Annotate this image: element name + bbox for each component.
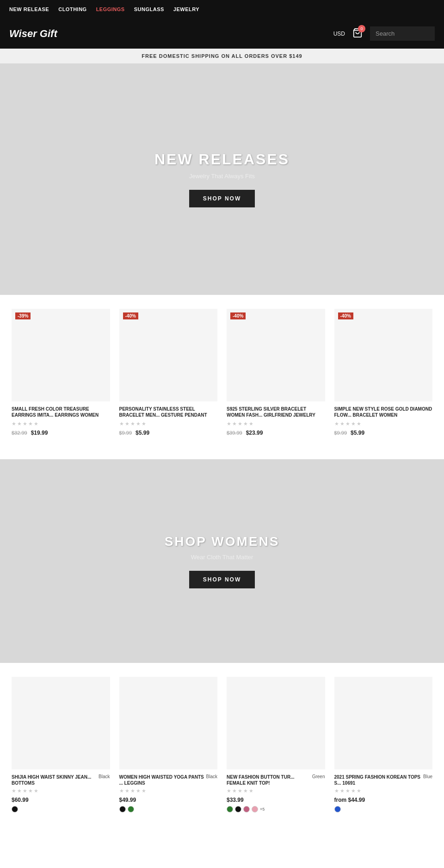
clothing-product-2-color: Black xyxy=(206,774,217,779)
logo-bar: Wiser Gift USD 0 xyxy=(0,19,444,49)
nav-new-release[interactable]: NEW RELEASE xyxy=(9,6,49,12)
jewelry-discount-badge-2: -40% xyxy=(123,312,138,319)
jewelry-product-2-name: PERSONALITY STAINLESS STEEL BRACELET MEN… xyxy=(119,406,218,418)
jewelry-discount-badge-3: -40% xyxy=(230,312,246,319)
clothing-product-1-price: $60.99 xyxy=(12,797,110,803)
header-actions: USD 0 xyxy=(333,26,435,41)
jewelry-product-1-new-price: $19.99 xyxy=(31,430,48,436)
hero-womens-shop-now[interactable]: SHOP NOW xyxy=(189,571,255,588)
jewelry-product-1-image: -39% xyxy=(12,309,110,401)
jewelry-discount-badge-1: -39% xyxy=(15,312,31,319)
clothing-product-3-name: NEW FASHION BUTTON TUR... FEMALE KNIT TO… xyxy=(227,774,312,786)
jewelry-product-3[interactable]: -40% S925 STERLING SILVER BRACELET WOMEN… xyxy=(222,304,330,441)
hero-womens: SHOP WOMENS Wear Cloth That Matter SHOP … xyxy=(0,459,444,663)
clothing-product-1[interactable]: SHIJIA HIGH WAIST SKINNY JEAN... BOTTOMS… xyxy=(7,672,115,817)
clothing-product-4-price: from $44.99 xyxy=(334,797,433,803)
jewelry-product-2-image: -40% xyxy=(119,309,218,401)
clothing-product-3-color: Green xyxy=(312,774,325,779)
swatch-more-3: +5 xyxy=(260,807,265,812)
shipping-banner: FREE DOMESTIC SHIPPING ON ALL ORDERS OVE… xyxy=(0,49,444,63)
clothing-product-2-stars: ★ ★ ★ ★ ★ xyxy=(119,788,218,794)
jewelry-product-1-stars: ★ ★ ★ ★ ★ xyxy=(12,421,110,427)
swatch-pink-3[interactable] xyxy=(243,806,250,812)
search-input[interactable] xyxy=(370,26,435,41)
clothing-product-4-color: Blue xyxy=(423,774,432,779)
jewelry-product-3-new-price: $23.99 xyxy=(246,430,263,436)
jewelry-product-3-stars: ★ ★ ★ ★ ★ xyxy=(227,421,325,427)
clothing-product-3-swatches: +5 xyxy=(227,806,325,812)
jewelry-product-2-price: $9.99 $5.99 xyxy=(119,430,218,436)
clothing-product-1-color: Black xyxy=(99,774,110,779)
jewelry-discount-badge-4: -40% xyxy=(338,312,353,319)
clothing-product-4-name: 2021 SPRING FASHION KOREAN TOPS S... 106… xyxy=(334,774,423,786)
jewelry-product-4[interactable]: -40% SIMPLE NEW STYLE ROSE GOLD DIAMOND … xyxy=(330,304,438,441)
swatch-blue-4[interactable] xyxy=(334,806,341,812)
top-navigation: NEW RELEASE CLOTHING LEGGINGS SUNGLASS J… xyxy=(0,0,444,19)
jewelry-product-1-old-price: $32.99 xyxy=(12,430,27,436)
hero-jewelry-title: NEW RELEASES xyxy=(154,151,290,168)
jewelry-product-3-old-price: $39.99 xyxy=(227,430,242,436)
swatch-black-2[interactable] xyxy=(119,806,126,812)
jewelry-product-2-old-price: $9.99 xyxy=(119,430,132,436)
jewelry-product-4-old-price: $9.99 xyxy=(334,430,347,436)
nav-clothing[interactable]: CLOTHING xyxy=(58,6,86,12)
jewelry-product-grid: -39% SMALL FRESH COLOR TREASURE EARRINGS… xyxy=(0,295,444,450)
clothing-product-4-stars: ★ ★ ★ ★ ★ xyxy=(334,788,433,794)
jewelry-product-2-new-price: $5.99 xyxy=(136,430,149,436)
hero-womens-title: SHOP WOMENS xyxy=(165,534,280,549)
hero-jewelry-subtitle: Jewelry That Always Fits xyxy=(189,173,255,180)
clothing-product-2-name: WOMEN HIGH WAISTED YOGA PANTS ... LEGGIN… xyxy=(119,774,206,786)
jewelry-product-2[interactable]: -40% PERSONALITY STAINLESS STEEL BRACELE… xyxy=(115,304,222,441)
nav-sunglass[interactable]: SUNGLASS xyxy=(134,6,164,12)
swatch-green-2[interactable] xyxy=(128,806,134,812)
clothing-product-3-image xyxy=(227,677,325,769)
clothing-product-1-swatches xyxy=(12,806,110,812)
clothing-product-grid: SHIJIA HIGH WAIST SKINNY JEAN... BOTTOMS… xyxy=(0,663,444,826)
jewelry-product-4-name: SIMPLE NEW STYLE ROSE GOLD DIAMOND FLOW.… xyxy=(334,406,433,418)
clothing-product-3-stars: ★ ★ ★ ★ ★ xyxy=(227,788,325,794)
jewelry-product-1-name: SMALL FRESH COLOR TREASURE EARRINGS IMIT… xyxy=(12,406,110,418)
jewelry-product-4-image: -40% xyxy=(334,309,433,401)
hero-jewelry-shop-now[interactable]: SHOP NOW xyxy=(189,190,255,207)
clothing-product-1-stars: ★ ★ ★ ★ ★ xyxy=(12,788,110,794)
cart-badge: 0 xyxy=(358,25,365,32)
jewelry-product-4-new-price: $5.99 xyxy=(351,430,364,436)
swatch-green-3[interactable] xyxy=(227,806,233,812)
jewelry-product-3-price: $39.99 $23.99 xyxy=(227,430,325,436)
jewelry-product-3-image: -40% xyxy=(227,309,325,401)
clothing-product-4-swatches xyxy=(334,806,433,812)
clothing-product-1-name: SHIJIA HIGH WAIST SKINNY JEAN... BOTTOMS xyxy=(12,774,99,786)
clothing-product-2-image xyxy=(119,677,218,769)
clothing-product-2-swatches xyxy=(119,806,218,812)
clothing-product-3-price: $33.99 xyxy=(227,797,325,803)
nav-jewelry[interactable]: JEWELRY xyxy=(173,6,199,12)
swatch-black-3[interactable] xyxy=(235,806,241,812)
clothing-product-4[interactable]: 2021 SPRING FASHION KOREAN TOPS S... 106… xyxy=(330,672,438,817)
cart-button[interactable]: 0 xyxy=(352,28,363,39)
hero-jewelry: NEW RELEASES Jewelry That Always Fits SH… xyxy=(0,63,444,295)
nav-leggings[interactable]: LEGGINGS xyxy=(96,6,125,12)
currency-selector[interactable]: USD xyxy=(333,31,345,37)
swatch-lightpink-3[interactable] xyxy=(252,806,258,812)
clothing-product-2-price: $49.99 xyxy=(119,797,218,803)
jewelry-product-1[interactable]: -39% SMALL FRESH COLOR TREASURE EARRINGS… xyxy=(7,304,115,441)
site-logo[interactable]: Wiser Gift xyxy=(9,28,57,40)
jewelry-product-2-stars: ★ ★ ★ ★ ★ xyxy=(119,421,218,427)
swatch-black-1[interactable] xyxy=(12,806,18,812)
clothing-product-3[interactable]: NEW FASHION BUTTON TUR... FEMALE KNIT TO… xyxy=(222,672,330,817)
clothing-product-1-image xyxy=(12,677,110,769)
hero-womens-subtitle: Wear Cloth That Matter xyxy=(191,554,253,561)
jewelry-product-4-stars: ★ ★ ★ ★ ★ xyxy=(334,421,433,427)
clothing-product-4-image xyxy=(334,677,433,769)
clothing-product-2[interactable]: WOMEN HIGH WAISTED YOGA PANTS ... LEGGIN… xyxy=(115,672,222,817)
jewelry-product-4-price: $9.99 $5.99 xyxy=(334,430,433,436)
jewelry-product-3-name: S925 STERLING SILVER BRACELET WOMEN FASH… xyxy=(227,406,325,418)
jewelry-product-1-price: $32.99 $19.99 xyxy=(12,430,110,436)
